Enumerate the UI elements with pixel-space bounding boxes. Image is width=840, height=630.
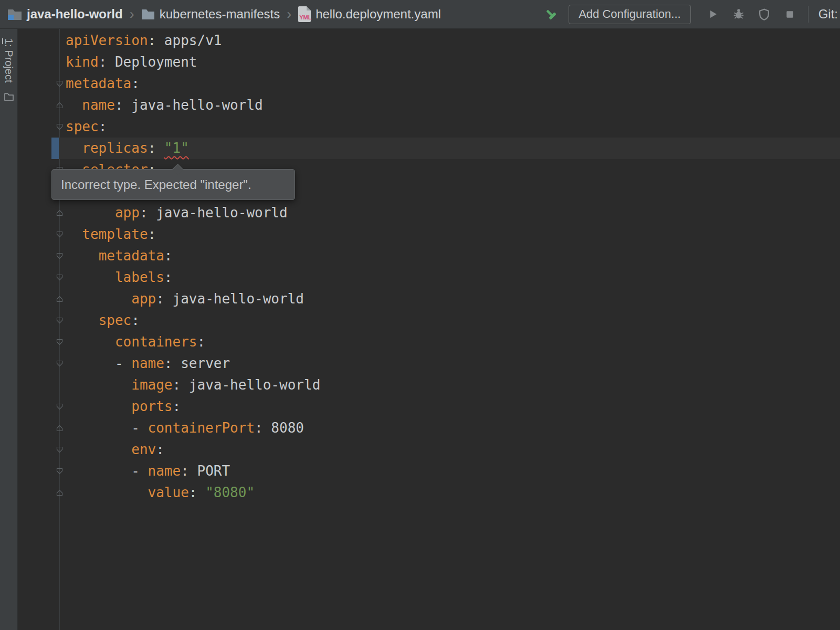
code-text: metadata: bbox=[66, 76, 140, 91]
yaml-key: app bbox=[115, 205, 140, 220]
yaml-key: labels bbox=[115, 269, 164, 285]
code-text: ports: bbox=[66, 398, 181, 414]
run-coverage-shield-icon[interactable] bbox=[757, 6, 772, 22]
code-line[interactable]: - name: PORT bbox=[18, 460, 840, 482]
code-line[interactable]: app: java-hello-world bbox=[18, 202, 840, 224]
fold-down-icon[interactable] bbox=[56, 317, 63, 324]
folder-icon bbox=[141, 8, 155, 20]
yaml-value: server bbox=[181, 355, 230, 371]
code-line[interactable]: ports: bbox=[18, 396, 840, 417]
fold-up-icon[interactable] bbox=[56, 209, 63, 216]
yaml-key: name bbox=[148, 463, 181, 479]
stop-icon[interactable] bbox=[782, 6, 798, 22]
code-line[interactable]: name: java-hello-world bbox=[18, 94, 840, 116]
yaml-key: app bbox=[131, 291, 156, 307]
code-line[interactable]: spec: bbox=[18, 310, 840, 331]
yaml-value: PORT bbox=[197, 463, 230, 479]
code-editor[interactable]: apiVersion: apps/v1kind: Deploymentmetad… bbox=[18, 29, 840, 630]
chevron-right-icon: › bbox=[287, 7, 291, 22]
yaml-file-icon: YML bbox=[298, 6, 311, 22]
run-play-icon[interactable] bbox=[705, 6, 721, 22]
yaml-key: metadata bbox=[99, 248, 164, 264]
run-toolbar: Add Configuration... Git: bbox=[543, 5, 840, 24]
yaml-key: name bbox=[82, 97, 115, 113]
project-folder-icon bbox=[7, 8, 22, 20]
yaml-value: apps/v1 bbox=[164, 33, 222, 48]
fold-up-icon[interactable] bbox=[56, 489, 63, 496]
yaml-key: metadata bbox=[66, 76, 131, 91]
code-line[interactable]: image: java-hello-world bbox=[18, 374, 840, 396]
breadcrumb-label[interactable]: java-hello-world bbox=[27, 7, 123, 22]
code-text: app: java-hello-world bbox=[66, 205, 288, 220]
breadcrumb-label[interactable]: hello.deployment.yaml bbox=[316, 7, 441, 22]
fold-down-icon[interactable] bbox=[56, 446, 63, 453]
yaml-key: spec bbox=[66, 119, 99, 134]
code-line[interactable]: kind: Deployment bbox=[18, 51, 840, 73]
code-line[interactable]: metadata: bbox=[18, 245, 840, 267]
code-text: name: java-hello-world bbox=[66, 97, 263, 113]
code-line[interactable]: replicas: "1" bbox=[18, 138, 840, 159]
fold-down-icon[interactable] bbox=[56, 231, 63, 238]
yaml-key: containerPort bbox=[148, 420, 255, 436]
yaml-key: apiVersion bbox=[66, 33, 148, 48]
navigation-bar: java-hello-world › kubernetes-manifests … bbox=[0, 0, 840, 29]
fold-down-icon[interactable] bbox=[56, 123, 63, 130]
build-hammer-icon[interactable] bbox=[543, 6, 559, 22]
fold-down-icon[interactable] bbox=[56, 360, 63, 367]
fold-down-icon[interactable] bbox=[56, 468, 63, 475]
yaml-key: replicas bbox=[82, 140, 148, 156]
code-text: - name: PORT bbox=[66, 463, 230, 479]
code-line[interactable]: app: java-hello-world bbox=[18, 288, 840, 310]
code-text: containers: bbox=[66, 334, 205, 350]
code-line[interactable]: apiVersion: apps/v1 bbox=[18, 30, 840, 51]
yaml-value: java-hello-world bbox=[173, 291, 304, 307]
breadcrumb-label[interactable]: kubernetes-manifests bbox=[160, 7, 280, 22]
yaml-key: image bbox=[131, 377, 172, 393]
code-text: replicas: "1" bbox=[66, 140, 189, 156]
fold-down-icon[interactable] bbox=[56, 80, 63, 87]
fold-up-icon[interactable] bbox=[56, 425, 63, 432]
code-text: kind: Deployment bbox=[66, 54, 197, 70]
code-line[interactable]: - containerPort: 8080 bbox=[18, 417, 840, 439]
yaml-value: Deployment bbox=[115, 54, 197, 70]
code-line[interactable]: value: "8080" bbox=[18, 482, 840, 503]
error-tooltip: Incorrect type. Expected "integer". bbox=[51, 169, 295, 200]
add-configuration-button[interactable]: Add Configuration... bbox=[569, 5, 690, 24]
fold-down-icon[interactable] bbox=[56, 403, 63, 410]
yaml-badge-label: YML bbox=[299, 14, 311, 20]
yaml-key: name bbox=[131, 355, 164, 371]
code-line[interactable]: containers: bbox=[18, 331, 840, 353]
breadcrumb-file[interactable]: YML hello.deployment.yaml bbox=[298, 6, 441, 22]
breadcrumb-folder[interactable]: kubernetes-manifests bbox=[141, 7, 280, 22]
yaml-value: "8080" bbox=[205, 485, 255, 500]
git-branch-widget[interactable]: Git: bbox=[818, 7, 838, 22]
fold-up-icon[interactable] bbox=[56, 102, 63, 109]
code-text: - name: server bbox=[66, 355, 230, 371]
fold-down-icon[interactable] bbox=[56, 339, 63, 345]
fold-up-icon[interactable] bbox=[56, 296, 63, 302]
debug-bug-icon[interactable] bbox=[731, 6, 747, 22]
code-line[interactable]: template: bbox=[18, 224, 840, 245]
caret-line-marker bbox=[51, 138, 59, 159]
yaml-key: env bbox=[131, 442, 156, 457]
tool-window-stripe: 1: Project bbox=[0, 29, 18, 630]
code-text: spec: bbox=[66, 312, 140, 328]
code-lines: apiVersion: apps/v1kind: Deploymentmetad… bbox=[18, 30, 840, 503]
code-line[interactable]: spec: bbox=[18, 116, 840, 138]
code-line[interactable]: - name: server bbox=[18, 353, 840, 374]
code-line[interactable]: labels: bbox=[18, 267, 840, 288]
yaml-key: kind bbox=[66, 54, 99, 70]
code-text: metadata: bbox=[66, 248, 173, 264]
code-text: - containerPort: 8080 bbox=[66, 420, 304, 436]
sidebar-item-project[interactable]: 1: Project bbox=[3, 38, 15, 82]
code-line[interactable]: metadata: bbox=[18, 73, 840, 94]
code-text: spec: bbox=[66, 119, 107, 134]
code-text: env: bbox=[66, 442, 164, 457]
fold-down-icon[interactable] bbox=[56, 253, 63, 259]
fold-down-icon[interactable] bbox=[56, 274, 63, 281]
breadcrumb-project[interactable]: java-hello-world bbox=[7, 7, 123, 22]
yaml-key: value bbox=[148, 485, 189, 500]
chevron-right-icon: › bbox=[130, 7, 134, 22]
code-line[interactable]: env: bbox=[18, 439, 840, 460]
project-tool-icon[interactable] bbox=[4, 93, 14, 103]
